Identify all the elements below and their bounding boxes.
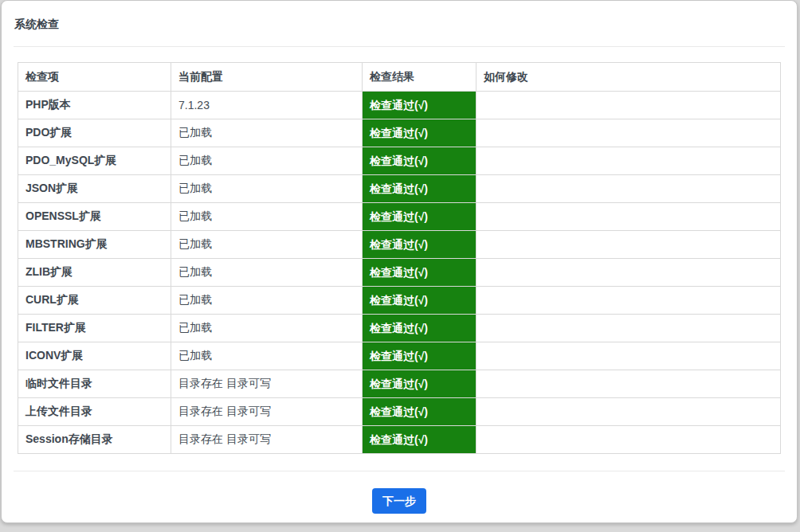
- table-row: CURL扩展 已加载 检查通过(√): [18, 287, 781, 315]
- check-item-cell: ZLIB扩展: [18, 259, 171, 287]
- table-row: ZLIB扩展 已加载 检查通过(√): [18, 259, 781, 287]
- install-window: 系统检查 检查项 当前配置 检查结果 如何修改 PHP版本 7.1.23: [1, 0, 798, 523]
- check-result-cell: 检查通过(√): [363, 426, 476, 454]
- how-to-fix-cell: [476, 342, 781, 370]
- check-item-cell: PDO扩展: [18, 119, 171, 147]
- footer-actions: 下一步: [14, 488, 785, 514]
- how-to-fix-cell: [476, 287, 781, 315]
- check-item-cell: Session存储目录: [18, 426, 171, 454]
- check-result-cell: 检查通过(√): [363, 370, 476, 398]
- pass-badge: 检查通过(√): [363, 398, 476, 425]
- table-header-row: 检查项 当前配置 检查结果 如何修改: [18, 63, 781, 92]
- check-item-cell: 临时文件目录: [18, 370, 171, 398]
- how-to-fix-cell: [476, 259, 781, 287]
- current-config-cell: 已加载: [171, 315, 363, 342]
- title-divider: [14, 46, 785, 47]
- table-row: PDO扩展 已加载 检查通过(√): [18, 119, 781, 147]
- pass-badge: 检查通过(√): [363, 342, 476, 370]
- how-to-fix-cell: [476, 231, 781, 259]
- how-to-fix-cell: [476, 398, 781, 426]
- how-to-fix-cell: [476, 92, 781, 119]
- table-row: PHP版本 7.1.23 检查通过(√): [18, 92, 781, 119]
- how-to-fix-cell: [476, 315, 781, 342]
- pass-badge: 检查通过(√): [363, 259, 476, 286]
- check-result-cell: 检查通过(√): [363, 175, 476, 203]
- check-item-cell: OPENSSL扩展: [18, 203, 171, 231]
- current-config-cell: 7.1.23: [171, 92, 363, 119]
- how-to-fix-cell: [476, 175, 781, 203]
- how-to-fix-cell: [476, 426, 781, 454]
- check-item-cell: MBSTRING扩展: [18, 231, 171, 259]
- current-config-cell: 已加载: [171, 175, 363, 203]
- table-row: OPENSSL扩展 已加载 检查通过(√): [18, 203, 781, 231]
- check-result-cell: 检查通过(√): [363, 119, 476, 147]
- header-check-item: 检查项: [18, 63, 171, 92]
- pass-badge: 检查通过(√): [363, 370, 476, 397]
- pass-badge: 检查通过(√): [363, 175, 476, 202]
- current-config-cell: 已加载: [171, 147, 363, 175]
- current-config-cell: 目录存在 目录可写: [171, 398, 363, 426]
- table-row: ICONV扩展 已加载 检查通过(√): [18, 342, 781, 370]
- page-title: 系统检查: [14, 18, 785, 30]
- how-to-fix-cell: [476, 119, 781, 147]
- pass-badge: 检查通过(√): [363, 147, 476, 174]
- table-row: Session存储目录 目录存在 目录可写 检查通过(√): [18, 426, 781, 454]
- table-row: JSON扩展 已加载 检查通过(√): [18, 175, 781, 203]
- how-to-fix-cell: [476, 370, 781, 398]
- current-config-cell: 目录存在 目录可写: [171, 370, 363, 398]
- check-result-cell: 检查通过(√): [363, 203, 476, 231]
- check-result-cell: 检查通过(√): [363, 231, 476, 259]
- table-row: FILTER扩展 已加载 检查通过(√): [18, 315, 781, 342]
- how-to-fix-cell: [476, 147, 781, 175]
- header-how-to-fix: 如何修改: [476, 63, 781, 92]
- system-check-table: 检查项 当前配置 检查结果 如何修改 PHP版本 7.1.23 检查通过(√) …: [18, 62, 781, 454]
- pass-badge: 检查通过(√): [363, 426, 476, 453]
- pass-badge: 检查通过(√): [363, 287, 476, 314]
- current-config-cell: 已加载: [171, 203, 363, 231]
- check-item-cell: CURL扩展: [18, 287, 171, 315]
- next-step-button[interactable]: 下一步: [372, 488, 426, 514]
- check-result-cell: 检查通过(√): [363, 287, 476, 315]
- check-result-cell: 检查通过(√): [363, 315, 476, 342]
- header-check-result: 检查结果: [363, 63, 476, 92]
- check-result-cell: 检查通过(√): [363, 147, 476, 175]
- pass-badge: 检查通过(√): [363, 231, 476, 258]
- check-item-cell: FILTER扩展: [18, 315, 171, 342]
- pass-badge: 检查通过(√): [363, 315, 476, 342]
- check-result-cell: 检查通过(√): [363, 259, 476, 287]
- table-row: PDO_MySQL扩展 已加载 检查通过(√): [18, 147, 781, 175]
- current-config-cell: 已加载: [171, 287, 363, 315]
- check-item-cell: PHP版本: [18, 92, 171, 119]
- check-item-cell: ICONV扩展: [18, 342, 171, 370]
- content-area: 系统检查 检查项 当前配置 检查结果 如何修改 PHP版本 7.1.23: [2, 18, 797, 514]
- table-row: 上传文件目录 目录存在 目录可写 检查通过(√): [18, 398, 781, 426]
- footer-divider: [14, 471, 785, 471]
- header-current-config: 当前配置: [171, 63, 363, 92]
- current-config-cell: 已加载: [171, 119, 363, 147]
- check-result-cell: 检查通过(√): [363, 342, 476, 370]
- check-result-cell: 检查通过(√): [363, 92, 476, 119]
- current-config-cell: 目录存在 目录可写: [171, 426, 363, 454]
- current-config-cell: 已加载: [171, 231, 363, 259]
- how-to-fix-cell: [476, 203, 781, 231]
- check-item-cell: JSON扩展: [18, 175, 171, 203]
- pass-badge: 检查通过(√): [363, 203, 476, 230]
- pass-badge: 检查通过(√): [363, 92, 476, 119]
- check-item-cell: 上传文件目录: [18, 398, 171, 426]
- pass-badge: 检查通过(√): [363, 119, 476, 147]
- table-row: 临时文件目录 目录存在 目录可写 检查通过(√): [18, 370, 781, 398]
- current-config-cell: 已加载: [171, 342, 363, 370]
- check-item-cell: PDO_MySQL扩展: [18, 147, 171, 175]
- table-row: MBSTRING扩展 已加载 检查通过(√): [18, 231, 781, 259]
- current-config-cell: 已加载: [171, 259, 363, 287]
- check-result-cell: 检查通过(√): [363, 398, 476, 426]
